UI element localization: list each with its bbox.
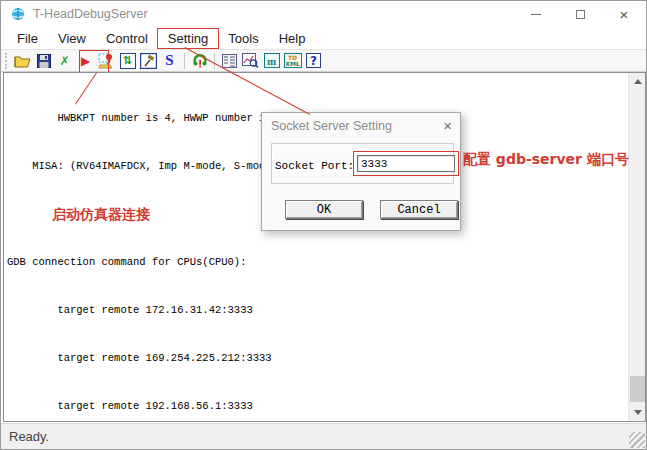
status-bar: Ready. [1,423,646,449]
log-line: target remote 169.254.225.212:3333 [7,350,627,366]
help-button[interactable]: ? [303,51,324,71]
configure-port-annotation: 配置 gdb-server 端口号 [463,151,629,169]
hammer-icon [140,53,157,69]
resize-grip-icon[interactable] [629,432,645,448]
menu-help[interactable]: Help [269,29,316,48]
menu-view[interactable]: View [48,29,96,48]
open-file-button[interactable] [12,51,33,71]
toolbar-separator [214,53,215,69]
close-icon: × [620,7,629,22]
connect-button[interactable] [189,51,210,71]
menu-bar: File View Control Setting Tools Help [1,27,646,49]
menu-control[interactable]: Control [96,29,158,48]
log-line: target remote 192.168.56.1:3333 [7,398,627,414]
scrollbar-thumb[interactable] [630,376,645,402]
scroll-down-button[interactable] [629,404,646,421]
script-button[interactable]: S [159,51,180,71]
xml-icon: TDXML [284,53,302,68]
memory-button[interactable] [240,51,261,71]
toolbar-separator [184,53,185,69]
registers-button[interactable] [219,51,240,71]
help-question-icon: ? [306,53,321,68]
breakpoint-icon [98,53,115,69]
memory-chart-icon [242,53,259,68]
sync-target-button[interactable]: ⇅ [117,51,138,71]
close-button[interactable]: × [602,1,646,27]
xml-button[interactable]: TDXML [282,51,303,71]
script-s-icon: S [165,52,173,69]
maximize-icon [576,10,585,19]
ok-button[interactable]: OK [285,200,363,219]
dialog-title-bar: Socket Server Setting × [262,113,460,138]
save-button[interactable] [33,51,54,71]
maximize-button[interactable] [558,1,602,27]
connect-icon [192,53,208,69]
status-text: Ready. [9,429,49,444]
open-folder-icon [14,54,32,68]
registers-list-icon [222,54,237,68]
breakpoint-button[interactable] [96,51,117,71]
minimize-button[interactable] [514,1,558,27]
kill-button[interactable]: ✗ [54,51,75,71]
menu-file[interactable]: File [7,29,48,48]
run-button[interactable]: ▶ [75,51,96,71]
sync-arrows-icon: ⇅ [120,53,136,69]
scroll-up-button[interactable] [629,73,646,90]
log-line: GDB connection command for CPUs(CPU0): [7,254,627,270]
toolbar: ✗ ▶ ⇅ S [1,49,646,72]
menu-setting[interactable]: Setting [158,29,218,48]
app-logo-icon [11,7,25,21]
scroll-down-icon [634,410,642,415]
log-line: target remote 172.16.31.42:3333 [7,302,627,318]
window-title: T-HeadDebugServer [33,7,148,21]
scroll-up-icon [634,79,642,84]
dialog-title: Socket Server Setting [262,119,392,133]
cancel-button[interactable]: Cancel [380,200,458,219]
vertical-scrollbar[interactable] [628,73,645,421]
toolbar-grip [5,53,9,69]
model-button[interactable]: m [261,51,282,71]
save-floppy-icon [37,54,51,68]
dialog-close-icon[interactable]: × [435,117,460,134]
run-play-icon: ▶ [81,54,90,68]
socket-port-input[interactable] [357,155,455,172]
menu-tools[interactable]: Tools [218,29,268,48]
app-window: T-HeadDebugServer × File View Control Se… [0,0,647,450]
kill-x-icon: ✗ [59,54,69,68]
socket-port-label: Socket Port: [275,160,354,172]
model-m-icon: m [264,53,280,68]
title-bar: T-HeadDebugServer × [1,1,646,27]
socket-server-setting-dialog: Socket Server Setting × Socket Port: OK … [261,112,461,231]
build-button[interactable] [138,51,159,71]
minimize-icon [531,14,541,15]
